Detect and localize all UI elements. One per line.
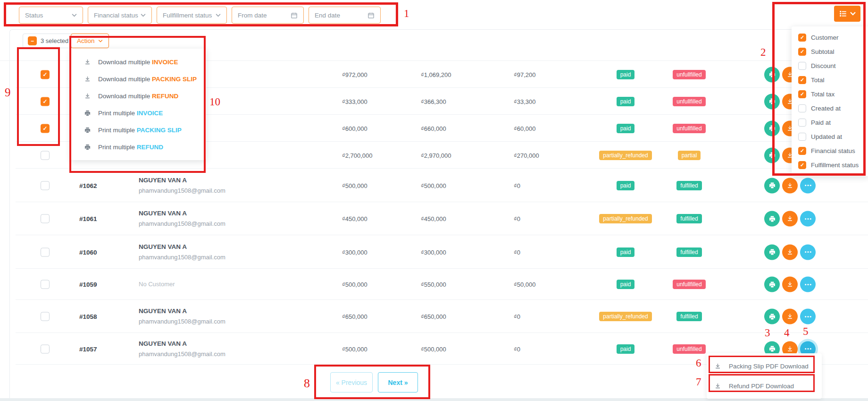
financial-status-badge: paid	[617, 97, 635, 106]
download-button[interactable]	[782, 178, 798, 193]
fulfillment-status-filter-select[interactable]: Fullfillment status	[157, 7, 227, 24]
row-checkbox[interactable]: ✓	[41, 97, 50, 106]
total-amount: ₫660,000	[421, 125, 446, 132]
tax-amount: ₫97,200	[514, 71, 535, 78]
print-button[interactable]	[764, 67, 780, 82]
more-actions-button[interactable]	[800, 244, 816, 260]
fulfillment-status-badge: partial	[678, 151, 701, 160]
pdf-download-menu-item[interactable]: Refund PDF Download	[714, 383, 822, 390]
checkbox[interactable]: ✓	[798, 90, 806, 98]
fulfillment-status-cell: partial	[664, 151, 714, 160]
print-button[interactable]	[764, 211, 780, 227]
menu-item-prefix: Download multiple	[98, 93, 152, 100]
column-toggle-customer[interactable]: ✓Customer	[798, 34, 868, 42]
checkbox[interactable]: ✓	[798, 48, 806, 56]
download-icon	[84, 59, 91, 66]
fulfillment-status-badge: fulfilled	[676, 312, 701, 321]
checkbox[interactable]: ✓	[798, 161, 806, 169]
next-page-button[interactable]: Next »	[378, 372, 418, 392]
select-all-checkbox[interactable]: −	[28, 36, 37, 45]
fulfillment-status-cell: unfullfilled	[664, 280, 714, 289]
order-number: #1059	[79, 281, 97, 288]
checkbox[interactable]: ✓	[798, 34, 806, 42]
previous-page-button[interactable]: « Previous	[330, 372, 373, 392]
menu-item-keyword: REFUND	[137, 144, 163, 151]
customer-cell: NGUYEN VAN Aphamvandung1508@gmail.com	[139, 339, 225, 359]
column-toggle-subtotal[interactable]: ✓Subtotal	[798, 48, 868, 56]
status-filter-label: Status	[25, 12, 43, 19]
financial-status-filter-select[interactable]: Financial status	[88, 7, 152, 24]
financial-status-filter-label: Financial status	[94, 12, 138, 19]
column-toggle-total-tax[interactable]: ✓Total tax	[798, 90, 868, 98]
customer-name: No Customer	[139, 279, 175, 290]
print-menu-item[interactable]: Print multiple PACKING SLIP	[71, 121, 206, 138]
print-button[interactable]	[764, 178, 780, 193]
download-menu-item[interactable]: Download multiple PACKING SLIP	[71, 70, 206, 87]
checkbox[interactable]: ✓	[798, 76, 806, 84]
row-checkbox[interactable]	[41, 247, 50, 256]
more-actions-button[interactable]	[800, 309, 816, 324]
table-row: #1058NGUYEN VAN Aphamvandung1508@gmail.c…	[0, 300, 868, 333]
print-button[interactable]	[764, 309, 780, 324]
row-checkbox[interactable]	[41, 151, 50, 160]
order-number: #1062	[79, 182, 97, 189]
row-checkbox[interactable]	[41, 214, 50, 223]
row-checkbox[interactable]	[41, 181, 50, 190]
print-button[interactable]	[764, 277, 780, 292]
print-button[interactable]	[764, 94, 780, 109]
customer-email: phamvandung1508@gmail.com	[139, 349, 225, 359]
column-settings-button[interactable]	[834, 6, 860, 22]
financial-status-badge: paid	[617, 181, 635, 190]
row-checkbox[interactable]: ✓	[41, 124, 50, 133]
more-actions-button[interactable]	[800, 211, 816, 227]
financial-status-badge: paid	[617, 247, 635, 257]
annotation-label-2: 2	[760, 46, 766, 59]
checkbox[interactable]	[798, 133, 806, 141]
row-checkbox[interactable]	[41, 344, 50, 353]
checkbox[interactable]	[798, 119, 806, 127]
row-checkbox[interactable]: ✓	[41, 70, 50, 79]
print-menu-item[interactable]: Print multiple INVOICE	[71, 104, 206, 121]
column-toggle-paid-at[interactable]: Paid at	[798, 119, 868, 127]
print-menu-item[interactable]: Print multiple REFUND	[71, 138, 206, 155]
download-button[interactable]	[782, 309, 798, 324]
column-toggle-updated-at[interactable]: Updated at	[798, 133, 868, 141]
checkbox[interactable]: ✓	[798, 147, 806, 155]
financial-status-badge: partially_refunded	[599, 312, 651, 321]
financial-status-badge: paid	[617, 344, 635, 354]
download-menu-item[interactable]: Download multiple REFUND	[71, 87, 206, 104]
fulfillment-status-cell: unfullfilled	[664, 70, 714, 79]
column-toggle-discount[interactable]: Discount	[798, 62, 868, 70]
download-menu-item[interactable]: Download multiple INVOICE	[71, 53, 206, 70]
download-button[interactable]	[782, 244, 798, 260]
tax-amount: ₫0	[514, 215, 520, 222]
pdf-download-menu-item[interactable]: Packing Slip PDF Download	[714, 363, 822, 370]
annotation-label-1: 1	[404, 8, 409, 20]
row-checkbox[interactable]	[41, 280, 50, 289]
column-toggle-total[interactable]: ✓Total	[798, 76, 868, 84]
checkbox[interactable]	[798, 62, 806, 70]
end-date-input[interactable]: End date	[309, 7, 381, 24]
customer-name: NGUYEN VAN A	[139, 208, 225, 219]
chevron-down-icon	[216, 14, 221, 17]
download-button[interactable]	[782, 211, 798, 227]
menu-item-label: Print multiple PACKING SLIP	[98, 127, 182, 134]
from-date-input[interactable]: From date	[232, 7, 304, 24]
column-toggle-created-at[interactable]: Created at	[798, 104, 868, 112]
download-icon	[84, 76, 91, 83]
financial-status-cell: paid	[590, 247, 661, 257]
more-actions-button[interactable]	[800, 277, 816, 292]
checkbox[interactable]	[798, 104, 806, 112]
more-actions-button[interactable]	[800, 178, 816, 193]
status-filter-select[interactable]: Status	[19, 7, 83, 24]
financial-status-cell: paid	[590, 181, 661, 190]
action-button[interactable]: Action	[71, 34, 109, 48]
print-button[interactable]	[764, 147, 780, 163]
column-toggle-fulfillment-status[interactable]: ✓Fulfillment status	[798, 161, 868, 169]
column-toggle-financial-status[interactable]: ✓Financial status	[798, 147, 868, 155]
row-context-menu: Packing Slip PDF DownloadRefund PDF Down…	[707, 353, 822, 399]
download-button[interactable]	[782, 277, 798, 292]
print-button[interactable]	[764, 120, 780, 136]
row-checkbox[interactable]	[41, 312, 50, 321]
print-button[interactable]	[764, 244, 780, 260]
